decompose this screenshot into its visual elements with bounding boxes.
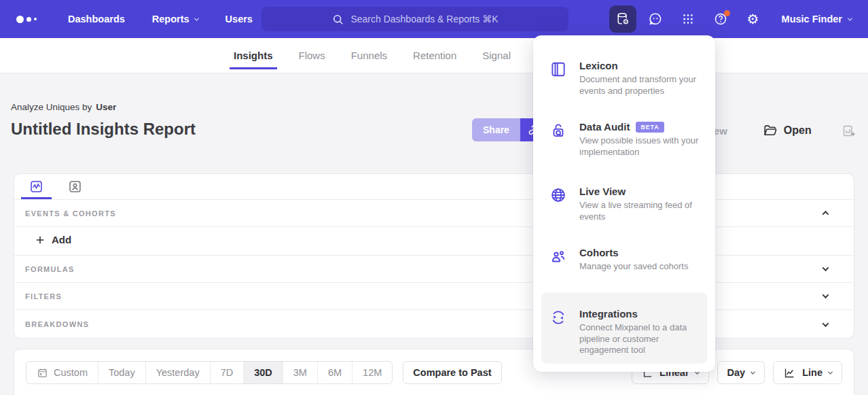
date-range-segmented-control: Custom Today Yesterday 7D 30D 3M 6M 12M: [26, 361, 393, 384]
search-placeholder: Search Dashboards & Reports ⌘K: [350, 14, 498, 24]
subtitle-prefix: Analyze Uniques by: [11, 102, 92, 112]
chat-smiley-icon: [648, 12, 663, 27]
section-label: FILTERS: [25, 292, 62, 300]
integrations-sync-icon: [549, 309, 567, 326]
tab-insights[interactable]: Insights: [234, 38, 273, 73]
calendar-icon: [37, 367, 48, 379]
notification-dot: [724, 10, 730, 16]
compare-to-past-button[interactable]: Compare to Past: [403, 361, 501, 384]
popup-item-title: Live View: [579, 186, 626, 197]
nav-reports-label: Reports: [152, 14, 189, 24]
plus-icon: [35, 235, 46, 245]
range-yesterday[interactable]: Yesterday: [145, 362, 210, 383]
range-custom[interactable]: Custom: [26, 362, 98, 383]
popup-item-description: Connect Mixpanel to a data pipeline or c…: [579, 322, 704, 356]
nav-reports[interactable]: Reports: [152, 14, 198, 24]
share-label: Share: [483, 124, 509, 135]
range-12m[interactable]: 12M: [352, 362, 392, 383]
chevron-down-icon: [751, 369, 755, 374]
cohorts-people-icon: [549, 247, 567, 265]
popup-item-lexicon[interactable]: Lexicon Document and transform your even…: [549, 60, 704, 97]
range-6m[interactable]: 6M: [317, 362, 352, 383]
project-selector[interactable]: Music Finder: [782, 14, 852, 24]
popup-item-title: Lexicon: [579, 60, 618, 71]
section-label: EVENTS & COHORTS: [25, 209, 116, 218]
granularity-label: Day: [727, 367, 746, 378]
popup-item-title: Cohorts: [579, 247, 619, 258]
chevron-down-icon: [194, 16, 199, 20]
range-today[interactable]: Today: [98, 362, 145, 383]
search-icon: [331, 13, 344, 26]
share-button[interactable]: Share: [472, 118, 520, 141]
top-navigation-bar: Dashboards Reports Users Search Dashboar…: [0, 0, 868, 38]
chevron-down-icon[interactable]: [822, 320, 829, 327]
settings-button[interactable]: ⚙: [740, 5, 767, 33]
search-input[interactable]: Search Dashboards & Reports ⌘K: [261, 7, 568, 31]
tab-label: Flows: [299, 50, 325, 61]
line-chart-icon: [783, 366, 796, 379]
popup-item-description: Manage your saved cohorts: [579, 261, 688, 273]
add-event-button[interactable]: Add: [35, 234, 854, 245]
range-label: 30D: [254, 367, 272, 378]
range-label: 3M: [293, 367, 307, 378]
tab-signal[interactable]: Signal: [482, 38, 511, 73]
popup-item-live-view[interactable]: Live View View a live streaming feed of …: [549, 186, 704, 222]
person-icon: [68, 179, 82, 194]
grid-dots-icon: [681, 12, 695, 26]
nav-dashboards-label: Dashboards: [68, 14, 125, 24]
popup-item-description: View possible issues with your implement…: [579, 135, 704, 158]
open-report-button[interactable]: Open: [763, 123, 812, 138]
data-audit-lock-icon: [549, 122, 567, 139]
range-label: 6M: [328, 367, 342, 378]
chevron-down-icon[interactable]: [822, 292, 829, 298]
range-label: Yesterday: [156, 367, 200, 378]
tab-retention[interactable]: Retention: [413, 38, 456, 73]
section-label: FORMULAS: [25, 265, 75, 273]
range-label: Today: [109, 367, 135, 378]
tab-label: Signal: [482, 50, 511, 61]
activity-chart-icon: [29, 179, 43, 194]
popup-item-title: Data Audit: [579, 121, 630, 133]
mixpanel-logo-icon[interactable]: [16, 16, 43, 23]
nav-users[interactable]: Users: [225, 14, 253, 24]
section-breakdowns[interactable]: BREAKDOWNS: [14, 310, 854, 339]
range-label: 7D: [221, 367, 234, 378]
popup-item-integrations[interactable]: Integrations Connect Mixpanel to a data …: [549, 308, 704, 356]
data-management-button[interactable]: [609, 5, 636, 33]
tab-flows[interactable]: Flows: [299, 38, 325, 73]
nav-dashboards[interactable]: Dashboards: [68, 14, 125, 24]
lexicon-book-icon: [549, 61, 567, 78]
tab-funnels[interactable]: Funnels: [351, 38, 387, 73]
apps-grid-button[interactable]: [674, 5, 702, 33]
popup-item-cohorts[interactable]: Cohorts Manage your saved cohorts: [549, 247, 704, 273]
section-filters[interactable]: FILTERS: [14, 283, 854, 310]
help-button[interactable]: [707, 5, 734, 33]
chart-controls-panel: Custom Today Yesterday 7D 30D 3M 6M 12M …: [14, 349, 854, 395]
subtitle-value[interactable]: User: [96, 102, 116, 112]
add-to-dashboard-button[interactable]: [842, 124, 856, 138]
granularity-dropdown[interactable]: Day: [717, 361, 765, 384]
range-30d[interactable]: 30D: [243, 362, 283, 383]
mixpanel-app: Dashboards Reports Users Search Dashboar…: [0, 0, 868, 395]
popup-item-data-audit[interactable]: Data Audit BETA View possible issues wit…: [549, 121, 704, 158]
chevron-up-icon[interactable]: [822, 211, 829, 218]
beta-badge: BETA: [636, 122, 664, 133]
globe-icon: [549, 186, 567, 204]
folder-icon: [763, 123, 778, 138]
range-7d[interactable]: 7D: [210, 362, 244, 383]
page-title[interactable]: Untitled Insights Report: [11, 120, 196, 139]
chevron-down-icon: [828, 369, 833, 374]
events-view-tab[interactable]: [24, 174, 49, 199]
report-tabs-bar: Insights Flows Funnels Retention Signal …: [0, 38, 868, 73]
section-events-cohorts[interactable]: EVENTS & COHORTS: [14, 200, 854, 227]
add-label: Add: [52, 234, 71, 245]
chart-type-dropdown[interactable]: Line: [773, 361, 842, 384]
chevron-down-icon[interactable]: [822, 264, 829, 271]
chart-add-icon: [842, 124, 856, 138]
section-formulas[interactable]: FORMULAS: [14, 256, 854, 283]
tab-label: Insights: [234, 50, 273, 61]
range-3m[interactable]: 3M: [283, 362, 317, 383]
profiles-view-tab[interactable]: [62, 174, 88, 199]
feedback-button[interactable]: [642, 5, 669, 33]
popup-item-description: View a live streaming feed of events: [579, 200, 704, 222]
